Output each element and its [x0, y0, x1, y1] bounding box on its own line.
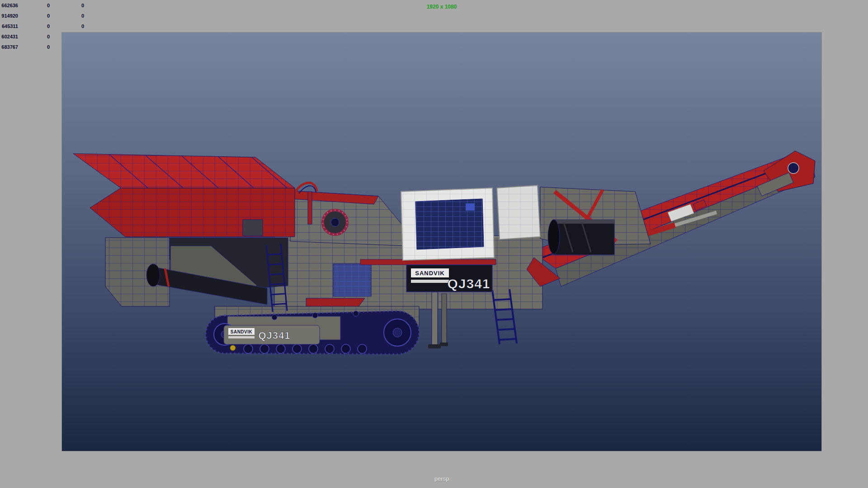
render-region[interactable]: SANDVIK QJ341 [62, 33, 821, 451]
hud-count: 0 [47, 21, 50, 32]
hud-row: 662636 0 0 [0, 0, 108, 11]
hud-count: 0 [47, 0, 50, 11]
decal-large: SANDVIK QJ341 [406, 265, 492, 292]
head-pulley-hub [788, 163, 799, 174]
hud-count: 0 [47, 42, 50, 52]
decal-small: SANDVIK QJ341 [224, 325, 320, 344]
hud-count: 0 [81, 0, 84, 11]
hud-row: 645311 0 0 [0, 21, 108, 32]
hud-count: 683767 [0, 42, 18, 52]
hud-count: 662636 [0, 0, 18, 11]
decal-brand-small: SANDVIK [231, 329, 253, 334]
machine-model[interactable]: SANDVIK QJ341 [62, 33, 821, 451]
hud-count: 645311 [0, 21, 18, 32]
feed-hopper[interactable] [73, 154, 295, 237]
decal-code-large: QJ341 [447, 276, 490, 291]
crawler-tracks[interactable]: SANDVIK QJ341 [206, 306, 419, 354]
tail-and-side-conveyor[interactable] [105, 238, 288, 306]
decal-code-small: QJ341 [258, 330, 290, 341]
hud-row: 914920 0 0 [0, 11, 108, 21]
decal-brand-large: SANDVIK [415, 270, 445, 277]
hud-count: 0 [81, 11, 84, 21]
camera-name-label: persp [62, 474, 821, 483]
hud-count: 0 [81, 21, 84, 32]
tail-drum [146, 264, 160, 286]
hud-count: 602431 [0, 32, 18, 42]
hud-count: 914920 [0, 11, 18, 21]
resolution-gate-label: 868 x 488 [62, 2, 821, 11]
maya-viewport[interactable]: 868 x 488 662636 0 0 914920 0 0 645311… [0, 0, 868, 488]
hud-count: 0 [47, 11, 50, 21]
hud-count: 0 [47, 32, 50, 42]
warning-sticker [230, 345, 236, 351]
